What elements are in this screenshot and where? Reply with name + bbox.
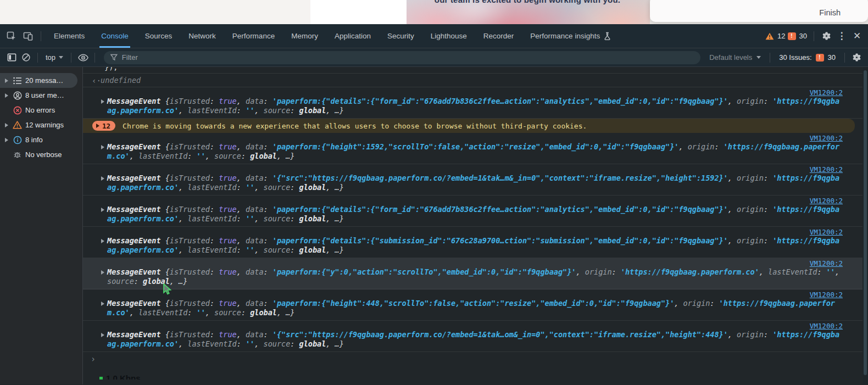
tab-label: Lighthouse [431,32,467,40]
source-link[interactable]: VM1200:2 [810,322,843,330]
sidebar-item-label: 8 info [25,136,43,144]
tab-application[interactable]: Application [326,24,379,48]
source-link[interactable]: VM1200:2 [810,88,843,97]
console-message[interactable]: VM1200:2MessageEvent {isTrusted: true, d… [83,133,863,164]
source-link[interactable]: VM1200:2 [810,165,843,174]
inspect-element-icon[interactable] [3,28,20,44]
log-levels-dropdown[interactable]: Default levels [705,53,765,62]
tab-lighthouse[interactable]: Lighthouse [422,24,475,48]
sidebar-item-no-errors[interactable]: No errors [0,103,82,118]
device-toolbar-icon[interactable] [20,28,36,44]
expand-triangle-icon[interactable] [101,145,104,149]
expand-caret-icon[interactable] [4,138,9,142]
expand-triangle-icon[interactable] [101,270,104,275]
console-message[interactable]: VM1200:2MessageEvent {isTrusted: true, d… [83,196,863,227]
user-icon [13,91,22,100]
settings-gear-icon[interactable] [819,29,834,44]
close-devtools-icon[interactable]: ✕ [849,29,865,44]
devtools-tabs: ElementsConsoleSourcesNetworkPerformance… [46,24,619,48]
clipped-status: 1.0 Kbps [83,366,863,380]
chevron-down-icon [756,56,761,59]
sidebar-item-no-verbose[interactable]: No verbose [0,147,82,162]
tab-label: Memory [291,32,318,40]
console-sidebar: 20 messa…8 user me…No errors12 warnings8… [0,67,83,384]
message-preview: MessageEvent {isTrusted: true, data: '{"… [83,330,843,349]
chevron-down-icon [59,56,63,59]
expand-caret-icon[interactable] [4,123,9,127]
console-message[interactable]: VM1200:2MessageEvent {isTrusted: true, d… [83,258,863,289]
issues-label: 30 Issues: [779,53,811,62]
sidebar-item-8-user-me[interactable]: 8 user me… [0,88,82,103]
tab-performance-insights[interactable]: Performance insights [522,24,619,48]
green-dot-icon [99,377,103,380]
issue-icon: ! [788,32,796,40]
levels-label: Default levels [709,53,752,62]
warnings-badge[interactable]: 12 [765,32,785,40]
console-message[interactable]: VM1200:2MessageEvent {isTrusted: true, d… [83,321,863,352]
expand-caret-icon[interactable] [4,79,9,83]
source-link[interactable]: VM1200:2 [810,291,843,299]
tab-elements[interactable]: Elements [46,24,93,48]
expand-triangle-icon[interactable] [101,176,104,181]
warning-group-badge[interactable]: 12 [92,121,115,131]
console-sidebar-toggle-icon[interactable] [4,51,19,65]
filter-funnel-icon [110,54,118,61]
verbose-icon [13,150,22,159]
expand-triangle-icon[interactable] [101,208,104,212]
source-link[interactable]: VM1200:2 [810,228,843,236]
tab-security[interactable]: Security [379,24,422,48]
divider [71,53,71,63]
message-preview: MessageEvent {isTrusted: true, data: 'pa… [83,142,843,161]
warning-icon [13,120,22,130]
expand-triangle-icon[interactable] [101,99,104,104]
divider [814,31,814,41]
javascript-context-dropdown[interactable]: top [42,53,66,62]
expand-caret-icon[interactable] [4,93,9,98]
source-link[interactable]: VM1200:2 [810,259,843,267]
console-message[interactable]: VM1200:2MessageEvent {isTrusted: true, d… [83,164,863,196]
console-message[interactable]: VM1200:2MessageEvent {isTrusted: true, d… [83,289,863,321]
finish-button[interactable]: Finish [819,8,841,17]
tab-sources[interactable]: Sources [137,24,181,48]
issues-summary[interactable]: 30 Issues: ! 30 [775,53,840,62]
source-link[interactable]: VM1200:2 [810,134,843,142]
clear-console-icon[interactable] [19,51,33,65]
status-text: 1.0 Kbps [106,373,141,380]
more-options-kebab-icon[interactable]: ⋮ [834,29,849,44]
errors-badge[interactable]: ! 30 [788,32,807,40]
console-input-row[interactable]: › [83,352,863,366]
tab-label: Performance [232,32,275,40]
scrollbar-thumb[interactable] [864,70,867,375]
sidebar-item-12-warnings[interactable]: 12 warnings [0,118,82,132]
expand-triangle-icon [96,124,99,128]
tab-console[interactable]: Console [93,24,137,48]
tab-performance[interactable]: Performance [224,24,283,48]
source-link[interactable]: VM1200:2 [810,197,843,205]
console-message[interactable]: VM1200:2MessageEvent {isTrusted: true, d… [83,87,863,119]
tab-network[interactable]: Network [180,24,224,48]
sidebar-item-label: 8 user me… [25,91,64,99]
message-preview: MessageEvent {isTrusted: true, data: 'pa… [83,267,843,286]
divider [37,53,38,63]
error-icon [13,105,22,115]
sidebar-item-label: 20 messa… [25,76,63,85]
sidebar-item-8-info[interactable]: 8 info [0,132,82,147]
filter-input[interactable] [122,53,694,62]
message-preview: MessageEvent {isTrusted: true, data: 'pa… [83,205,843,224]
sidebar-item-label: No verbose [25,150,62,159]
tab-recorder[interactable]: Recorder [475,24,522,48]
expand-triangle-icon[interactable] [101,333,104,337]
sidebar-item-20-messa[interactable]: 20 messa… [0,73,77,88]
console-message[interactable]: VM1200:2MessageEvent {isTrusted: true, d… [83,227,863,258]
expand-triangle-icon[interactable] [101,239,104,243]
live-expression-eye-icon[interactable] [76,51,90,65]
error-count: 30 [799,32,807,40]
console-settings-gear-icon[interactable] [849,51,864,65]
expand-triangle-icon[interactable] [101,302,104,306]
console-warning[interactable]: 12Chrome is moving towards a new experie… [83,119,855,133]
scrollbar[interactable] [863,67,868,384]
tab-memory[interactable]: Memory [283,24,326,48]
screen: our team is excited to begin working wit… [0,0,868,385]
tab-label: Security [387,32,414,40]
filter-box[interactable] [104,51,700,64]
